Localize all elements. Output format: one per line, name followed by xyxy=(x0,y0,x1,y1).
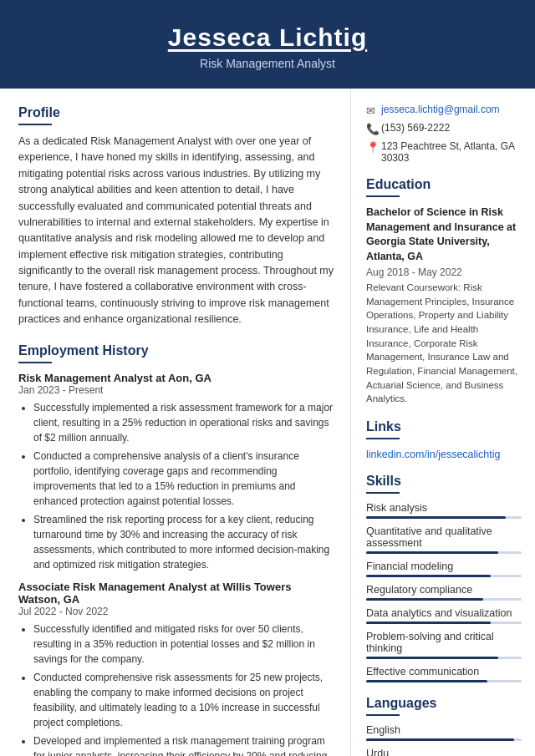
job-bullets-2: Successfully identified and mitigated ri… xyxy=(18,622,335,757)
links-section: Links linkedin.com/in/jessecalichtig xyxy=(366,419,522,460)
skill-name-5: Problem-solving and critical thinking xyxy=(366,631,522,654)
skill-bar-fill-1 xyxy=(366,551,498,554)
skill-bar-fill-6 xyxy=(366,680,487,682)
job-item-1: Risk Management Analyst at Aon, GA Jan 2… xyxy=(18,372,335,572)
header: Jesseca Lichtig Risk Management Analyst xyxy=(0,0,535,89)
contact-address: 📍 123 Peachtree St, Atlanta, GA 30303 xyxy=(366,140,522,164)
contact-email: ✉ jesseca.lichtig@gmail.com xyxy=(366,104,522,117)
skill-bar-bg-0 xyxy=(366,516,522,519)
languages-container: English Urdu xyxy=(366,724,522,756)
lang-name-0: English xyxy=(366,724,522,736)
skill-bar-bg-3 xyxy=(366,598,522,601)
skill-name-6: Effective communication xyxy=(366,666,522,677)
job-title-1: Risk Management Analyst at Aon, GA xyxy=(18,372,335,384)
job-date-2: Jul 2022 - Nov 2022 xyxy=(18,606,335,617)
job-bullet-2-2: Conducted comprehensive risk assessments… xyxy=(33,670,335,730)
profile-title: Profile xyxy=(18,105,335,120)
skill-bar-bg-2 xyxy=(366,575,522,577)
phone-text: (153) 569-2222 xyxy=(381,122,450,134)
lang-name-1: Urdu xyxy=(366,748,522,756)
education-title: Education xyxy=(366,177,522,192)
links-divider xyxy=(366,438,400,439)
languages-section: Languages English Urdu xyxy=(366,696,522,756)
skill-name-1: Quantitative and qualitative assessment xyxy=(366,525,522,549)
linkedin-link[interactable]: linkedin.com/in/jessecalichtig xyxy=(366,449,501,460)
employment-title: Employment History xyxy=(18,343,335,358)
skill-bar-bg-6 xyxy=(366,680,522,682)
education-divider xyxy=(366,195,400,197)
contact-section: ✉ jesseca.lichtig@gmail.com 📞 (153) 569-… xyxy=(366,104,522,164)
phone-icon: 📞 xyxy=(366,123,381,135)
job-date-1: Jan 2023 - Present xyxy=(18,384,335,396)
skill-item-1: Quantitative and qualitative assessment xyxy=(366,525,522,554)
skill-bar-fill-0 xyxy=(366,516,506,519)
lang-item-1: Urdu xyxy=(366,748,522,756)
skill-name-4: Data analytics and visualization xyxy=(366,607,522,619)
employment-section: Employment History Risk Management Analy… xyxy=(18,343,335,757)
skill-bar-fill-2 xyxy=(366,575,491,577)
job-bullet-2-3: Developed and implemented a risk managem… xyxy=(33,733,335,757)
location-icon: 📍 xyxy=(366,141,381,154)
profile-divider xyxy=(18,124,52,125)
address-text: 123 Peachtree St, Atlanta, GA 30303 xyxy=(381,140,522,164)
skill-name-3: Regulatory compliance xyxy=(366,584,522,596)
job-bullet-1-3: Streamlined the risk reporting process f… xyxy=(33,512,335,572)
job-title-2: Associate Risk Management Analyst at Wil… xyxy=(18,581,335,606)
skill-item-4: Data analytics and visualization xyxy=(366,607,522,624)
skill-item-0: Risk analysis xyxy=(366,502,522,519)
left-column: Profile As a dedicated Risk Management A… xyxy=(0,89,351,756)
header-name: Jesseca Lichtig xyxy=(17,23,518,52)
skill-bar-fill-4 xyxy=(366,622,491,624)
skill-item-2: Financial modeling xyxy=(366,561,522,577)
profile-section: Profile As a dedicated Risk Management A… xyxy=(18,105,335,328)
skill-name-0: Risk analysis xyxy=(366,502,522,514)
skill-bar-fill-5 xyxy=(366,657,498,659)
education-section: Education Bachelor of Science in Risk Ma… xyxy=(366,177,522,406)
skill-item-3: Regulatory compliance xyxy=(366,584,522,601)
skills-title: Skills xyxy=(366,474,522,489)
skills-container: Risk analysis Quantitative and qualitati… xyxy=(366,502,522,682)
job-bullet-2-1: Successfully identified and mitigated ri… xyxy=(33,622,335,667)
job-item-2: Associate Risk Management Analyst at Wil… xyxy=(18,581,335,757)
email-link[interactable]: jesseca.lichtig@gmail.com xyxy=(381,104,500,115)
skill-name-2: Financial modeling xyxy=(366,561,522,572)
lang-bar-bg-0 xyxy=(366,738,522,741)
edu-desc: Relevant Coursework: Risk Management Pri… xyxy=(366,281,522,406)
header-title: Risk Management Analyst xyxy=(17,57,518,70)
right-column: ✉ jesseca.lichtig@gmail.com 📞 (153) 569-… xyxy=(351,89,535,756)
edu-degree: Bachelor of Science in Risk Management a… xyxy=(366,205,522,264)
lang-bar-fill-0 xyxy=(366,738,514,741)
edu-date: Aug 2018 - May 2022 xyxy=(366,266,522,278)
skill-item-5: Problem-solving and critical thinking xyxy=(366,631,522,659)
job-bullet-1-2: Conducted a comprehensive analysis of a … xyxy=(33,449,335,509)
skills-divider xyxy=(366,492,400,494)
languages-divider xyxy=(366,714,400,716)
job-bullets-1: Successfully implemented a risk assessme… xyxy=(18,400,335,572)
skill-bar-bg-1 xyxy=(366,551,522,554)
main-layout: Profile As a dedicated Risk Management A… xyxy=(0,89,535,756)
job-bullet-1-1: Successfully implemented a risk assessme… xyxy=(33,400,335,445)
skill-bar-bg-5 xyxy=(366,657,522,659)
contact-phone: 📞 (153) 569-2222 xyxy=(366,122,522,135)
links-title: Links xyxy=(366,419,522,434)
email-icon: ✉ xyxy=(366,104,381,117)
languages-title: Languages xyxy=(366,696,522,711)
skill-item-6: Effective communication xyxy=(366,666,522,682)
skill-bar-bg-4 xyxy=(366,622,522,624)
skills-section: Skills Risk analysis Quantitative and qu… xyxy=(366,474,522,682)
profile-text: As a dedicated Risk Management Analyst w… xyxy=(18,134,335,328)
skill-bar-fill-3 xyxy=(366,598,483,601)
employment-divider xyxy=(18,362,52,363)
lang-item-0: English xyxy=(366,724,522,741)
